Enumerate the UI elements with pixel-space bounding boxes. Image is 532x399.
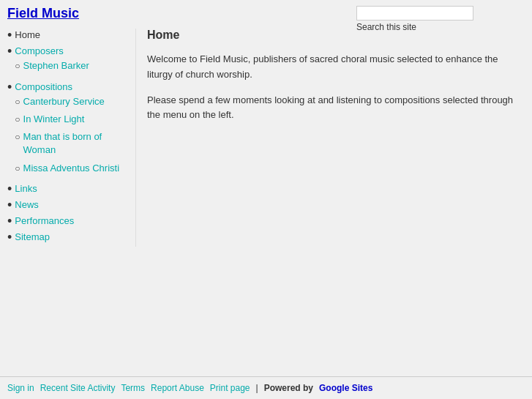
search-label: Search this site (356, 22, 416, 32)
bullet-home: • (7, 29, 12, 42)
sidebar-link-missa[interactable]: Missa Adventus Christi (23, 162, 120, 175)
sidebar-link-compositions[interactable]: Compositions (15, 81, 72, 92)
sidebar-link-sitemap[interactable]: Sitemap (15, 231, 50, 244)
footer-google-sites[interactable]: Google Sites (319, 383, 372, 393)
sidebar-link-performances[interactable]: Performances (15, 215, 74, 228)
sidebar-item-canterbury: ○ Canterbury Service (15, 95, 128, 108)
composers-group: Composers ○ Stephen Barker (15, 45, 89, 77)
bullet-canterbury: ○ (15, 96, 20, 108)
sidebar-item-links: • Links (7, 182, 128, 195)
sidebar-item-man-born: ○ Man that is born of Woman (15, 130, 128, 157)
sidebar-item-missa: ○ Missa Adventus Christi (15, 162, 128, 175)
sidebar-item-sitemap: • Sitemap (7, 231, 128, 244)
bullet-composers: • (7, 45, 12, 58)
footer-report-abuse[interactable]: Report Abuse (151, 383, 204, 393)
sidebar-link-canterbury[interactable]: Canterbury Service (23, 95, 105, 108)
composers-sub-list: ○ Stephen Barker (15, 59, 89, 72)
bullet-news: • (7, 198, 12, 212)
footer-sign-in[interactable]: Sign in (7, 383, 34, 393)
bullet-winter: ○ (15, 113, 20, 126)
sidebar-link-winter-light[interactable]: In Winter Light (23, 113, 85, 126)
bullet-man: ○ (15, 131, 20, 143)
sidebar-link-stephen-barker[interactable]: Stephen Barker (23, 59, 89, 72)
bullet-links: • (7, 182, 12, 195)
site-title[interactable]: Field Music (0, 0, 86, 21)
compositions-group: Compositions ○ Canterbury Service ○ In W… (15, 81, 128, 179)
sidebar-item-winter-light: ○ In Winter Light (15, 113, 128, 126)
footer-divider: | (256, 383, 258, 393)
sidebar: • Home • Composers ○ Stephen Barker (0, 29, 135, 247)
bullet-stephen: ○ (15, 60, 20, 72)
sidebar-link-news[interactable]: News (15, 198, 39, 212)
bullet-compositions: • (7, 81, 12, 94)
search-input[interactable] (356, 6, 473, 20)
sidebar-item-composers: • Composers ○ Stephen Barker (7, 45, 128, 77)
bullet-missa: ○ (15, 163, 20, 175)
page-wrapper: Search this site Field Music • Home • Co… (0, 0, 532, 399)
footer-recent-activity[interactable]: Recent Site Activity (40, 383, 116, 393)
sidebar-item-stephen-barker: ○ Stephen Barker (15, 59, 89, 72)
footer-print-page[interactable]: Print page (210, 383, 250, 393)
sidebar-item-news: • News (7, 198, 128, 212)
bullet-sitemap: • (7, 231, 12, 244)
content-paragraph-2: Please spend a few moments looking at an… (147, 93, 521, 124)
search-area: Search this site (356, 6, 473, 32)
sidebar-link-man-born[interactable]: Man that is born of Woman (23, 130, 128, 157)
sidebar-nav: • Home • Composers ○ Stephen Barker (7, 29, 128, 244)
sidebar-item-home: • Home (7, 29, 128, 42)
footer-powered-by: Powered by (264, 383, 313, 393)
content-paragraph-1: Welcome to Field Music, publishers of sa… (147, 52, 521, 83)
footer-terms[interactable]: Terms (121, 383, 145, 393)
content-area: Home Welcome to Field Music, publishers … (135, 29, 532, 247)
bullet-performances: • (7, 215, 12, 228)
sidebar-link-composers[interactable]: Composers (15, 45, 63, 56)
sidebar-item-compositions: • Compositions ○ Canterbury Service ○ In… (7, 81, 128, 179)
sidebar-item-performances: • Performances (7, 215, 128, 228)
compositions-sub-list: ○ Canterbury Service ○ In Winter Light ○… (15, 95, 128, 175)
sidebar-link-links[interactable]: Links (15, 182, 37, 195)
main-layout: • Home • Composers ○ Stephen Barker (0, 29, 532, 247)
sidebar-label-home: Home (15, 29, 40, 42)
footer: Sign in Recent Site Activity Terms Repor… (0, 376, 532, 399)
